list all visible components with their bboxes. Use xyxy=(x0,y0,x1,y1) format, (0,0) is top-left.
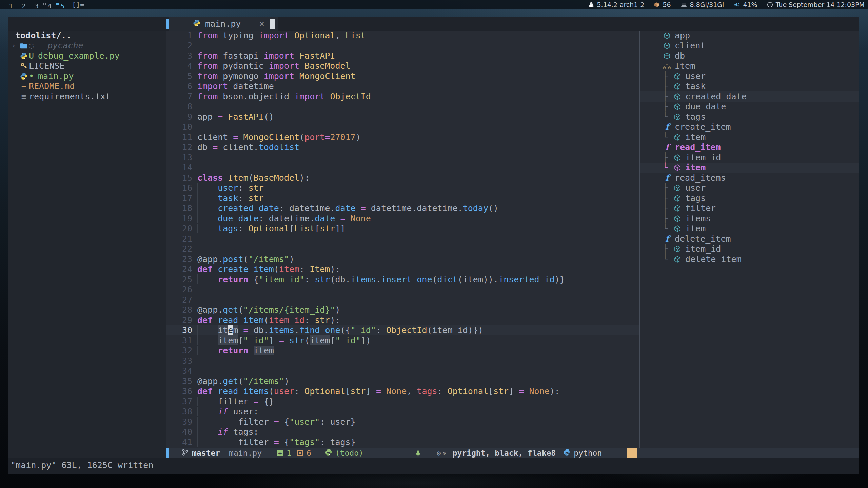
code-line-5[interactable]: 5from pymongo import MongoClient xyxy=(166,71,639,81)
code-line-33[interactable]: 33 xyxy=(166,356,639,366)
line-number: 30 xyxy=(166,325,192,336)
symbol-item[interactable]: └item xyxy=(640,132,859,142)
code-line-3[interactable]: 3from fastapi import FastAPI xyxy=(166,51,639,61)
code-line-24[interactable]: 24def create_item(item: Item): xyxy=(166,264,639,274)
line-number: 22 xyxy=(166,244,192,254)
status-volume[interactable]: 41% xyxy=(733,1,757,8)
code-line-22[interactable]: 22 xyxy=(166,244,639,254)
symbol-item_id[interactable]: ├item_id xyxy=(640,152,859,163)
tree-root-label[interactable]: todolist/.. xyxy=(8,30,166,41)
tree-item-requirements-txt[interactable]: ≡requirements.txt xyxy=(8,92,166,102)
status-memory[interactable]: 8.8Gi/31Gi xyxy=(680,1,724,8)
code-line-34[interactable]: 34 xyxy=(166,366,639,376)
workspace-button-2[interactable]: 2 xyxy=(18,2,26,11)
code-line-14[interactable]: 14 xyxy=(166,163,639,173)
code-line-31[interactable]: 31 item["_id"] = str(item["_id"]) xyxy=(166,336,639,346)
workspace-button-3[interactable]: 3 xyxy=(31,2,39,11)
code-line-1[interactable]: 1from typing import Optional, List xyxy=(166,30,639,41)
symbol-user[interactable]: ├user xyxy=(640,71,859,81)
tree-item-readme-md[interactable]: ≡README.md xyxy=(8,81,166,92)
code-line-8[interactable]: 8 xyxy=(166,102,639,112)
symbol-item_id[interactable]: ├item_id xyxy=(640,244,859,254)
symbol-label: Item xyxy=(675,61,695,71)
line-number: 10 xyxy=(166,122,192,132)
code-line-26[interactable]: 26 xyxy=(166,285,639,295)
tab-close-icon[interactable]: × xyxy=(259,19,264,29)
status-penguin[interactable]: 5.14.2-arch1-2 xyxy=(588,1,645,8)
symbol-item[interactable]: └item xyxy=(640,224,859,234)
symbol-db[interactable]: db xyxy=(640,51,859,61)
workspace-button-1[interactable]: 1 xyxy=(5,2,13,11)
symbol-item[interactable]: └item xyxy=(640,163,859,173)
code-line-2[interactable]: 2 xyxy=(166,41,639,51)
symbol-delete_item[interactable]: fdelete_item xyxy=(640,234,859,244)
tree-item-license[interactable]: LICENSE xyxy=(8,61,166,71)
code-line-10[interactable]: 10 xyxy=(166,122,639,132)
code-line-20[interactable]: 20 tags: Optional[List[str]] xyxy=(166,224,639,234)
symbol-due_date[interactable]: ├due_date xyxy=(640,102,859,112)
code-line-9[interactable]: 9app = FastAPI() xyxy=(166,112,639,122)
symbol-created_date[interactable]: ├created_date xyxy=(640,92,859,102)
code-line-37[interactable]: 37 filter = {} xyxy=(166,396,639,407)
symbol-create_item[interactable]: fcreate_item xyxy=(640,122,859,132)
ignored-badge-icon: ◌ xyxy=(29,41,34,51)
code-line-13[interactable]: 13 xyxy=(166,152,639,163)
statusline: master main.py + 1 6 (todo) ⚙⚙ pyright, … xyxy=(166,448,859,458)
layout-indicator[interactable]: []= xyxy=(72,1,84,9)
workspace-button-4[interactable]: 4 xyxy=(43,2,52,11)
code-line-12[interactable]: 12db = client.todolist xyxy=(166,142,639,152)
symbol-label: db xyxy=(675,51,685,61)
code-editor[interactable]: 1from typing import Optional, List23from… xyxy=(166,30,639,448)
command-line[interactable]: "main.py" 63L, 1625C written xyxy=(8,458,859,474)
tab-main-py[interactable]: main.py × xyxy=(169,17,278,30)
line-number: 20 xyxy=(166,224,192,234)
symbol-delete_item[interactable]: └delete_item xyxy=(640,254,859,264)
variable-cube-icon xyxy=(673,73,682,80)
code-line-40[interactable]: 40 if tags: xyxy=(166,427,639,437)
code-line-6[interactable]: 6import datetime xyxy=(166,81,639,92)
tree-item-debug-example-py[interactable]: Udebug_example.py xyxy=(8,51,166,61)
workspace-state-icon xyxy=(43,3,46,5)
code-line-35[interactable]: 35@app.get("/items") xyxy=(166,376,639,386)
diff-added-count: 1 xyxy=(287,449,291,458)
code-line-39[interactable]: 39 filter = {"user": user} xyxy=(166,417,639,427)
symbol-tags[interactable]: ├tags xyxy=(640,193,859,203)
symbol-client[interactable]: client xyxy=(640,41,859,51)
code-line-7[interactable]: 7from bson.objectid import ObjectId xyxy=(166,92,639,102)
code-line-41[interactable]: 41 filter = {"tags": tags} xyxy=(166,437,639,447)
status-package[interactable]: 56 xyxy=(654,1,671,8)
symbol-user[interactable]: ├user xyxy=(640,183,859,193)
code-line-28[interactable]: 28@app.get("/items/{item_id}") xyxy=(166,305,639,315)
code-line-4[interactable]: 4from pydantic import BaseModel xyxy=(166,61,639,71)
tree-item--pycache-[interactable]: ›◌__pycache__ xyxy=(8,41,166,51)
workspace-button-5[interactable]: 5 xyxy=(56,2,64,11)
code-line-18[interactable]: 18 created_date: datetime.date = datetim… xyxy=(166,203,639,214)
code-line-19[interactable]: 19 due_date: datetime.date = None xyxy=(166,214,639,224)
code-line-17[interactable]: 17 task: str xyxy=(166,193,639,203)
line-text: from pymongo import MongoClient xyxy=(197,71,356,81)
symbol-items[interactable]: ├items xyxy=(640,214,859,224)
symbol-tags[interactable]: └tags xyxy=(640,112,859,122)
code-line-23[interactable]: 23@app.post("/items") xyxy=(166,254,639,264)
code-line-21[interactable]: 21 xyxy=(166,234,639,244)
symbol-app[interactable]: app xyxy=(640,30,859,41)
terminal-cursor xyxy=(270,19,275,29)
code-line-27[interactable]: 27 xyxy=(166,295,639,305)
code-line-16[interactable]: 16 user: str xyxy=(166,183,639,193)
symbol-filter[interactable]: ├filter xyxy=(640,203,859,214)
code-line-15[interactable]: 15class Item(BaseModel): xyxy=(166,173,639,183)
tree-item-main-py[interactable]: •main.py xyxy=(8,71,166,81)
code-line-30[interactable]: 30 item = db.items.find_one({"_id": Obje… xyxy=(166,325,639,336)
symbol-read_item[interactable]: fread_item xyxy=(640,142,859,152)
code-line-38[interactable]: 38 if user: xyxy=(166,407,639,417)
status-clock[interactable]: Tue September 14 12:03PM xyxy=(767,1,865,8)
code-line-36[interactable]: 36def read_items(user: Optional[str] = N… xyxy=(166,386,639,396)
code-line-29[interactable]: 29def read_item(item_id: str): xyxy=(166,315,639,325)
symbol-read_items[interactable]: fread_items xyxy=(640,173,859,183)
symbol-Item[interactable]: Item xyxy=(640,61,859,71)
symbol-task[interactable]: ├task xyxy=(640,81,859,92)
tree-connector: └ xyxy=(663,163,668,173)
code-line-25[interactable]: 25 return {"item_id": str(db.items.inser… xyxy=(166,274,639,285)
code-line-32[interactable]: 32 return item xyxy=(166,346,639,356)
code-line-11[interactable]: 11client = MongoClient(port=27017) xyxy=(166,132,639,142)
